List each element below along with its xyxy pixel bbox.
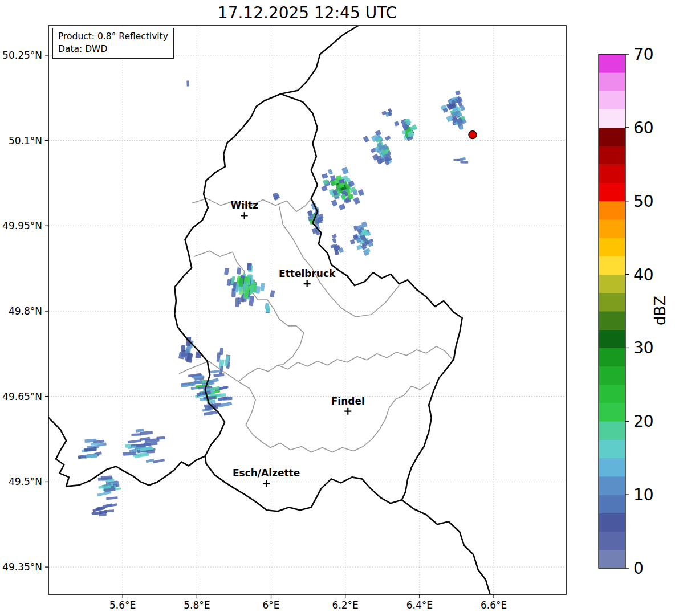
y-tick-label: 50.1°N bbox=[9, 135, 42, 146]
colorbar-band bbox=[599, 311, 625, 330]
echo-cell bbox=[237, 267, 242, 275]
echo-cell bbox=[375, 130, 381, 136]
radar-echoes bbox=[78, 80, 468, 516]
x-tick-label: 6.4°E bbox=[406, 599, 433, 611]
echo-cell bbox=[204, 396, 216, 399]
echo-cell bbox=[186, 80, 189, 86]
echo-cluster-ne-core bbox=[394, 118, 417, 141]
colorbar-band bbox=[599, 458, 625, 477]
radar-figure: 17.12.2025 12:45 UTC Product: 0.8° Refle… bbox=[0, 0, 675, 616]
echo-cell bbox=[394, 121, 399, 127]
echo-cell bbox=[321, 185, 328, 191]
colorbar-band bbox=[599, 476, 625, 495]
colorbar-band bbox=[599, 219, 625, 238]
colorbar-band bbox=[599, 421, 625, 440]
echo-cell bbox=[385, 136, 391, 141]
colorbar-band bbox=[599, 403, 625, 422]
city-label: Findel bbox=[331, 395, 365, 407]
echo-cell bbox=[106, 496, 117, 500]
colorbar-band bbox=[599, 256, 625, 275]
echo-cell bbox=[219, 386, 227, 390]
country-border bbox=[281, 26, 359, 94]
colorbar-tick-label: 50 bbox=[633, 192, 654, 211]
echo-cell bbox=[213, 373, 224, 377]
echo-cell bbox=[332, 234, 337, 239]
echo-cluster-band-south bbox=[350, 221, 374, 256]
city-marker bbox=[241, 212, 248, 219]
echo-cluster-ne-specks bbox=[381, 108, 392, 117]
echo-cell bbox=[238, 297, 241, 304]
echo-cluster-sw-far-4 bbox=[91, 503, 117, 516]
y-tick-label: 50.25°N bbox=[2, 50, 42, 61]
colorbar-band bbox=[599, 329, 625, 348]
product-info-box: Product: 0.8° Reflectivity Data: DWD bbox=[52, 28, 174, 59]
echo-cell bbox=[328, 169, 333, 175]
echo-cluster-ettelbruck-west bbox=[224, 263, 275, 307]
x-tick-label: 5.6°E bbox=[109, 599, 136, 611]
colorbar-tick-label: 0 bbox=[633, 559, 644, 578]
colorbar-axis-label: dBZ bbox=[652, 288, 669, 333]
data-source-line: Data: DWD bbox=[58, 43, 168, 55]
colorbar-tick-label: 10 bbox=[633, 486, 654, 504]
axes: 5.6°E5.8°E6°E6.2°E6.4°E6.6°E50.25°N50.1°… bbox=[2, 50, 507, 611]
echo-cell bbox=[178, 352, 185, 359]
echo-cell bbox=[331, 199, 338, 207]
colorbar-band bbox=[599, 164, 625, 183]
colorbar-tick-label: 40 bbox=[633, 266, 654, 284]
country-border bbox=[402, 500, 490, 594]
echo-cluster-ettelbruck-south-specks bbox=[265, 303, 270, 313]
echo-cell bbox=[224, 268, 229, 275]
echo-cluster-band-south-specks bbox=[330, 234, 344, 255]
admin-border bbox=[279, 206, 399, 317]
echo-cell bbox=[223, 397, 233, 401]
y-tick-label: 49.5°N bbox=[9, 476, 42, 487]
colorbar-band bbox=[599, 348, 625, 366]
echo-cell bbox=[86, 455, 97, 458]
colorbar-band bbox=[599, 201, 625, 220]
echo-cluster-sw-far-3 bbox=[97, 475, 121, 500]
colorbar-band bbox=[599, 532, 625, 550]
y-tick-label: 49.95°N bbox=[2, 220, 42, 231]
colorbar-band bbox=[599, 513, 625, 532]
city-marker bbox=[263, 480, 270, 487]
cities: WiltzEttelbruckFindelEsch/Alzette bbox=[230, 199, 364, 487]
colorbar-band bbox=[599, 293, 625, 312]
colorbar-band bbox=[599, 495, 625, 513]
echo-cell bbox=[260, 283, 265, 291]
echo-cell bbox=[356, 244, 362, 250]
echo-cluster-ne-ring bbox=[363, 130, 392, 165]
echo-cluster-near-radar bbox=[441, 90, 467, 130]
colorbar-band bbox=[599, 440, 625, 459]
colorbar-band bbox=[599, 550, 625, 569]
colorbar-band bbox=[599, 54, 625, 73]
radar-site-marker bbox=[469, 131, 477, 139]
colorbar-band bbox=[599, 183, 625, 202]
echo-cell bbox=[358, 189, 365, 196]
colorbar-tick-label: 70 bbox=[633, 45, 654, 64]
y-tick-label: 49.8°N bbox=[9, 305, 42, 317]
x-tick-label: 6°E bbox=[263, 599, 280, 611]
echo-cell bbox=[350, 239, 355, 244]
colorbar-band bbox=[599, 109, 625, 128]
echo-cell bbox=[91, 442, 99, 445]
echo-cluster-radar-dashes bbox=[453, 157, 468, 164]
colorbar-tick-label: 30 bbox=[633, 338, 654, 357]
colorbar-band bbox=[599, 238, 625, 256]
colorbar-band bbox=[599, 72, 625, 91]
echo-cell bbox=[128, 439, 142, 443]
echo-cell bbox=[455, 90, 461, 95]
city-marker bbox=[304, 280, 311, 287]
echo-cell bbox=[339, 203, 346, 210]
colorbar-tick-label: 60 bbox=[633, 119, 654, 137]
echo-cluster-sw-far-1 bbox=[123, 429, 165, 464]
echo-cluster-sw-far-2 bbox=[78, 439, 107, 459]
echo-cell bbox=[332, 238, 336, 243]
y-tick-label: 49.35°N bbox=[2, 561, 42, 573]
admin-border bbox=[238, 382, 430, 452]
city-label: Wiltz bbox=[230, 199, 258, 211]
echo-cell bbox=[181, 345, 185, 352]
colorbar-band bbox=[599, 385, 625, 403]
x-tick-label: 6.2°E bbox=[332, 599, 359, 611]
colorbar-band bbox=[599, 128, 625, 146]
echo-cell bbox=[363, 136, 369, 142]
